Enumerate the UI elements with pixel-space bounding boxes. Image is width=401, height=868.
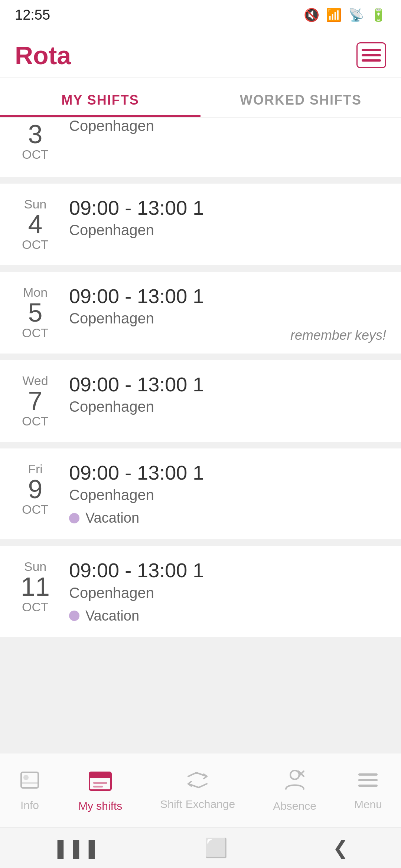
shift-time: 09:00 - 13:00 1 (69, 374, 386, 395)
svg-rect-6 (93, 786, 103, 788)
shift-card-oct9[interactable]: Fri 9 OCT 09:00 - 13:00 1 Copenhagen Vac… (0, 448, 401, 539)
svg-point-7 (290, 770, 299, 779)
mute-icon: 🔇 (304, 7, 319, 22)
android-home[interactable]: ⬜ (205, 837, 228, 859)
svg-rect-0 (21, 772, 38, 788)
tabs: MY SHIFTS WORKED SHIFTS (0, 78, 401, 118)
shift-time: 09:00 - 13:00 1 (69, 462, 386, 484)
shift-tag-vacation-oct11: Vacation (69, 608, 386, 624)
shift-time: 09:00 - 13:00 1 (69, 285, 386, 307)
vacation-dot (69, 513, 79, 523)
header: Rota (0, 30, 401, 78)
menu-icon (357, 770, 379, 795)
tab-my-shifts[interactable]: MY SHIFTS (0, 78, 200, 117)
shift-location: Copenhagen (69, 585, 386, 601)
tab-worked-shifts[interactable]: WORKED SHIFTS (200, 78, 401, 117)
shift-location: Copenhagen (69, 118, 386, 134)
shift-month: OCT (22, 237, 49, 252)
absence-icon (284, 768, 306, 796)
shift-day-num: 3 (28, 121, 43, 147)
shift-time: 09:00 - 13:00 1 (69, 559, 386, 581)
shift-info-oct3: Copenhagen (69, 118, 386, 134)
shift-card-oct5[interactable]: Mon 5 OCT 09:00 - 13:00 1 Copenhagen rem… (0, 272, 401, 354)
status-bar: 12:55 🔇 📶 📡 🔋 (0, 0, 401, 30)
nav-info[interactable]: Info (19, 769, 40, 812)
shift-location: Copenhagen (69, 310, 386, 327)
shift-card-oct11[interactable]: Sun 11 OCT 09:00 - 13:00 1 Copenhagen Va… (0, 546, 401, 637)
shift-date-oct7: Wed 7 OCT (15, 374, 56, 428)
shift-info-oct9: 09:00 - 13:00 1 Copenhagen Vacation (69, 462, 386, 526)
svg-rect-12 (358, 785, 378, 787)
shift-month: OCT (22, 600, 49, 614)
shift-day-num: 7 (28, 388, 43, 414)
info-icon (19, 769, 40, 795)
calendar-icon-button[interactable] (356, 42, 386, 68)
shift-day-num: 4 (28, 211, 43, 237)
shift-tag-vacation: Vacation (69, 510, 386, 526)
android-nav: ❚❚❚ ⬜ ❮ (0, 827, 401, 868)
shift-info-oct11: 09:00 - 13:00 1 Copenhagen Vacation (69, 559, 386, 624)
android-back[interactable]: ❮ (333, 837, 348, 859)
svg-rect-11 (358, 779, 378, 781)
vacation-label: Vacation (85, 608, 139, 624)
shift-location: Copenhagen (69, 487, 386, 503)
shift-note-oct5: remember keys! (290, 328, 386, 343)
shift-day-name: Mon (23, 285, 48, 300)
shift-month: OCT (22, 414, 49, 428)
android-recents[interactable]: ❚❚❚ (53, 837, 100, 859)
shift-day-name: Fri (28, 462, 43, 476)
app-title: Rota (15, 41, 71, 70)
wifi-icon: 📶 (326, 7, 342, 22)
shift-location: Copenhagen (69, 222, 386, 239)
svg-point-1 (23, 775, 29, 780)
shift-month: OCT (22, 326, 49, 340)
shift-date-oct5: Mon 5 OCT (15, 285, 56, 340)
svg-rect-2 (21, 782, 38, 784)
svg-rect-4 (89, 772, 111, 778)
shift-date-oct4: Sun 4 OCT (15, 197, 56, 252)
battery-icon: 🔋 (371, 7, 386, 22)
nav-shift-exchange-label: Shift Exchange (160, 798, 235, 811)
shift-month: OCT (22, 147, 49, 162)
nav-menu[interactable]: Menu (354, 770, 382, 811)
vacation-label: Vacation (85, 510, 139, 526)
shift-location: Copenhagen (69, 398, 386, 415)
shift-day-name: Wed (22, 374, 48, 388)
vacation-dot (69, 611, 79, 621)
shift-date-oct3: 3 OCT (15, 118, 56, 162)
shift-info-oct7: 09:00 - 13:00 1 Copenhagen (69, 374, 386, 415)
shift-date-oct11: Sun 11 OCT (15, 559, 56, 614)
svg-rect-10 (358, 773, 378, 776)
shift-time: 09:00 - 13:00 1 (69, 197, 386, 219)
shift-info-oct4: 09:00 - 13:00 1 Copenhagen (69, 197, 386, 239)
nav-absence[interactable]: Absence (273, 768, 316, 812)
signal-icon: 📡 (348, 7, 364, 22)
exchange-icon (185, 770, 210, 794)
nav-info-label: Info (20, 799, 39, 812)
shift-month: OCT (22, 502, 49, 517)
nav-absence-label: Absence (273, 800, 316, 812)
nav-my-shifts-label: My shifts (78, 800, 122, 812)
shift-card-oct7[interactable]: Wed 7 OCT 09:00 - 13:00 1 Copenhagen (0, 360, 401, 442)
shift-day-num: 11 (21, 574, 50, 600)
nav-menu-label: Menu (354, 798, 382, 811)
shift-day-name: Sun (24, 197, 47, 211)
nav-shift-exchange[interactable]: Shift Exchange (160, 770, 235, 811)
svg-rect-5 (93, 782, 107, 784)
shift-card-oct3[interactable]: 3 OCT Copenhagen (0, 118, 401, 177)
bottom-nav: Info My shifts Shift Exchange (0, 753, 401, 827)
shift-list: 3 OCT Copenhagen Sun 4 OCT 09:00 - 13:00… (0, 118, 401, 753)
nav-my-shifts[interactable]: My shifts (78, 769, 122, 812)
shift-day-num: 9 (28, 476, 43, 502)
status-time: 12:55 (15, 7, 50, 23)
my-shifts-icon (88, 769, 113, 796)
status-icons: 🔇 📶 📡 🔋 (304, 7, 386, 22)
shift-day-name: Sun (24, 559, 47, 574)
shift-card-oct4[interactable]: Sun 4 OCT 09:00 - 13:00 1 Copenhagen (0, 184, 401, 265)
shift-date-oct9: Fri 9 OCT (15, 462, 56, 517)
shift-info-oct5: 09:00 - 13:00 1 Copenhagen (69, 285, 386, 327)
shift-day-num: 5 (28, 300, 43, 326)
